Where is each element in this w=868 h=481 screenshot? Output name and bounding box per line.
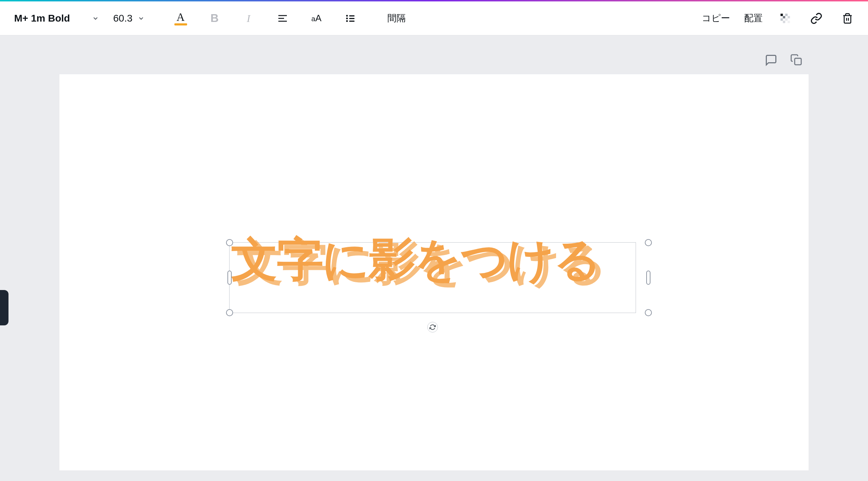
duplicate-page-button[interactable] [790,54,804,68]
list-button[interactable] [341,8,360,28]
svg-rect-13 [781,18,783,21]
transparency-button[interactable] [775,8,795,28]
italic-icon: I [247,12,250,24]
canvas-area: 文字に影をつける 文字に影をつける [0,35,868,481]
resize-handle-top-right[interactable] [645,239,652,246]
font-size-selector[interactable]: 60.3 [112,10,146,27]
svg-rect-16 [788,21,790,23]
resize-handle-bottom-left[interactable] [226,309,233,316]
selection-box: 文字に影をつける 文字に影をつける [229,242,636,313]
text-color-icon: A [177,11,185,23]
canvas-page[interactable]: 文字に影をつける 文字に影をつける [59,74,809,470]
rotate-handle[interactable] [427,322,438,332]
transparency-icon [780,13,791,24]
font-size-value: 60.3 [113,13,133,24]
resize-handle-top-left[interactable] [226,239,233,246]
toolbar-right: コピー 配置 [700,8,857,28]
svg-rect-14 [785,18,788,21]
text-color-button[interactable]: A [171,8,191,28]
rotate-icon [429,324,436,330]
duplicate-icon [790,54,802,66]
comment-icon [765,54,777,66]
text-element[interactable]: 文字に影をつける 文字に影をつける [229,242,636,313]
trash-icon [842,13,853,24]
position-button[interactable]: 配置 [743,9,764,27]
svg-rect-11 [783,16,785,18]
italic-button[interactable]: I [239,8,259,28]
svg-point-5 [346,20,348,22]
toolbar-left: M+ 1m Bold 60.3 A B I [11,8,407,28]
align-button[interactable] [273,8,293,28]
svg-rect-10 [785,13,788,16]
canvas-controls [765,54,804,68]
align-left-icon [277,13,288,24]
resize-handle-bottom-right[interactable] [645,309,652,316]
font-selector[interactable]: M+ 1m Bold [11,10,103,27]
svg-rect-15 [783,21,785,23]
svg-rect-6 [349,15,354,16]
chevron-down-icon [138,15,145,22]
text-case-button[interactable]: aA [307,8,326,28]
svg-rect-8 [349,21,354,22]
svg-point-4 [346,17,348,19]
svg-rect-19 [795,58,801,65]
svg-rect-7 [349,18,354,19]
toolbar: M+ 1m Bold 60.3 A B I [0,1,868,35]
spacing-button[interactable]: 間隔 [386,9,407,27]
text-content[interactable]: 文字に影をつける [231,236,600,282]
resize-handle-left[interactable] [227,271,232,285]
bold-icon: B [210,12,219,25]
text-color-swatch [174,23,187,25]
font-name-label: M+ 1m Bold [14,13,88,24]
case-icon: aA [311,13,321,24]
chevron-down-icon [92,15,99,22]
svg-point-3 [346,15,348,17]
svg-rect-12 [788,16,790,18]
side-panel-tab[interactable] [0,290,8,325]
delete-button[interactable] [838,8,857,28]
comment-button[interactable] [765,54,779,68]
link-button[interactable] [806,8,826,28]
svg-rect-9 [781,13,783,16]
link-icon [810,12,822,24]
copy-button[interactable]: コピー [700,9,731,27]
list-icon [345,13,356,24]
bold-button[interactable]: B [205,8,225,28]
resize-handle-right[interactable] [646,271,650,285]
